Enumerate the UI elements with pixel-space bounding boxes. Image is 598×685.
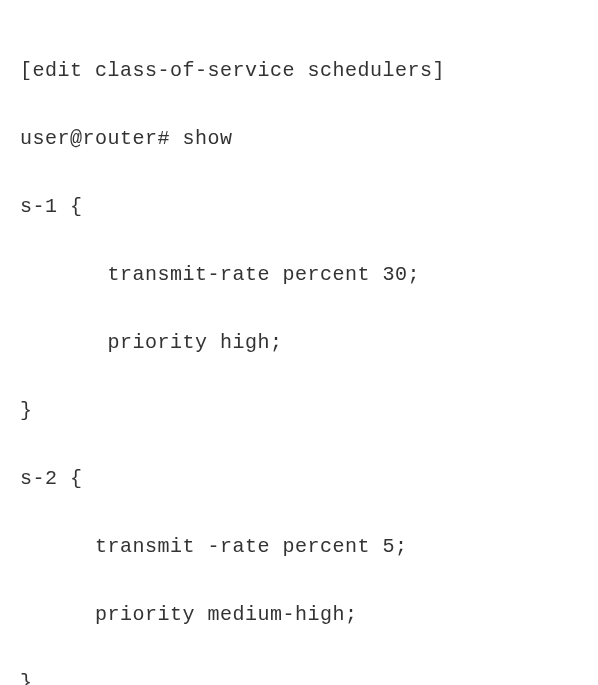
scheduler-transmit: transmit-rate percent 30;: [20, 258, 578, 292]
scheduler-transmit: transmit -rate percent 5;: [20, 530, 578, 564]
scheduler-open: s-2 {: [20, 462, 578, 496]
scheduler-close: }: [20, 394, 578, 428]
scheduler-priority: priority medium-high;: [20, 598, 578, 632]
scheduler-close: }: [20, 666, 578, 685]
prompt-line: user@router# show: [20, 122, 578, 156]
scheduler-open: s-1 {: [20, 190, 578, 224]
scheduler-priority: priority high;: [20, 326, 578, 360]
config-code-block: [edit class-of-service schedulers] user@…: [20, 20, 578, 685]
context-line: [edit class-of-service schedulers]: [20, 54, 578, 88]
